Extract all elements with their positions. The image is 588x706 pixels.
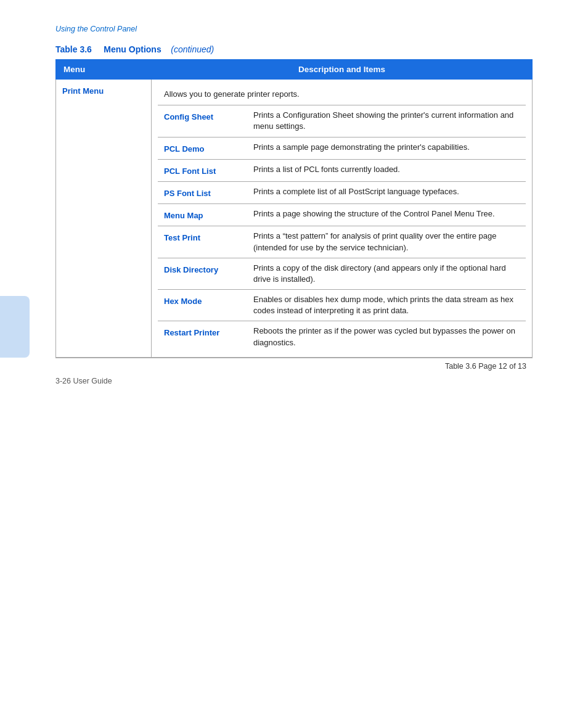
sub-item-description: Prints a complete list of all PostScript… xyxy=(247,181,526,203)
sub-item-label: Menu Map xyxy=(158,204,247,226)
table-name: Menu Options xyxy=(104,44,161,54)
main-table: Menu Description and Items Print Menu Al… xyxy=(55,59,533,358)
sub-item-label: Config Sheet xyxy=(158,105,247,137)
table-row-print-menu: Print Menu Allows you to generate printe… xyxy=(56,80,533,358)
table-title: Table 3.6 Menu Options (continued) xyxy=(55,44,533,54)
print-menu-label: Print Menu xyxy=(62,86,104,96)
table-footer: Table 3.6 Page 12 of 13 xyxy=(55,358,533,373)
side-tab xyxy=(0,296,30,358)
sub-item-description: Reboots the printer as if the power was … xyxy=(247,321,526,353)
print-menu-label-cell: Print Menu xyxy=(56,80,152,358)
sub-item-label: Hex Mode xyxy=(158,290,247,321)
sub-item-description: Prints a “test pattern” for analysis of … xyxy=(247,226,526,258)
table-continued: (continued) xyxy=(171,44,214,54)
sub-item-description: Prints a page showing the structure of t… xyxy=(247,204,526,226)
print-menu-allows-text: Allows you to generate printer reports. xyxy=(158,84,526,105)
col-header-description: Description and Items xyxy=(152,60,533,80)
sub-table-row: Disk DirectoryPrints a copy of the disk … xyxy=(158,258,526,289)
table-number: Table 3.6 xyxy=(55,44,92,54)
breadcrumb: Using the Control Panel xyxy=(55,25,533,33)
sub-item-description: Prints a list of PCL fonts currently loa… xyxy=(247,159,526,181)
sub-item-description: Prints a sample page demonstrating the p… xyxy=(247,137,526,159)
sub-table-row: Test PrintPrints a “test pattern” for an… xyxy=(158,226,526,258)
sub-item-label: PCL Font List xyxy=(158,159,247,181)
sub-item-label: PS Font List xyxy=(158,181,247,203)
sub-table-row: PCL Font ListPrints a list of PCL fonts … xyxy=(158,159,526,181)
print-menu-desc-cell: Allows you to generate printer reports. … xyxy=(152,80,533,358)
sub-item-label: Test Print xyxy=(158,226,247,258)
sub-table-row: Config SheetPrints a Configuration Sheet… xyxy=(158,105,526,137)
sub-item-label: Restart Printer xyxy=(158,321,247,353)
sub-item-label: PCL Demo xyxy=(158,137,247,159)
sub-item-description: Prints a copy of the disk directory (and… xyxy=(247,258,526,289)
sub-item-label: Disk Directory xyxy=(158,258,247,289)
sub-table-row: Restart PrinterReboots the printer as if… xyxy=(158,321,526,353)
sub-table-row: PS Font ListPrints a complete list of al… xyxy=(158,181,526,203)
col-header-menu: Menu xyxy=(56,60,152,80)
sub-table-row: PCL DemoPrints a sample page demonstrati… xyxy=(158,137,526,159)
sub-table-row: Menu MapPrints a page showing the struct… xyxy=(158,204,526,226)
sub-item-description: Enables or disables hex dump mode, which… xyxy=(247,290,526,321)
page-footer: 3-26 User Guide xyxy=(55,377,112,385)
sub-table: Config SheetPrints a Configuration Sheet… xyxy=(158,105,526,353)
sub-item-description: Prints a Configuration Sheet showing the… xyxy=(247,105,526,137)
sub-table-row: Hex ModeEnables or disables hex dump mod… xyxy=(158,290,526,321)
page-container: Using the Control Panel Table 3.6 Menu O… xyxy=(0,0,588,410)
table-header-row: Menu Description and Items xyxy=(56,60,533,80)
